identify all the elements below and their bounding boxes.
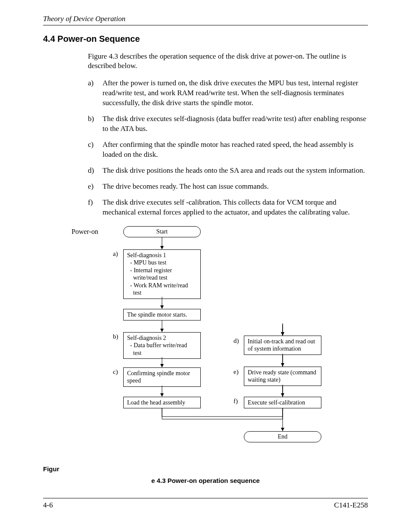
svg-marker-16 xyxy=(281,393,284,397)
figure-caption-fragment-center: e 4.3 Power-on operation sequence xyxy=(43,477,368,484)
svg-marker-14 xyxy=(281,363,284,367)
flow-arrow-icon xyxy=(280,354,285,367)
list-item-text: The disk drive executes self -calibratio… xyxy=(103,198,368,218)
flow-connector-icon xyxy=(72,226,373,467)
doc-number: C141-E258 xyxy=(334,501,368,510)
list-item-text: The drive becomes ready. The host can is… xyxy=(103,182,368,192)
list-item-label: b) xyxy=(88,114,103,134)
list-item-text: The disk drive executes self-diagnosis (… xyxy=(103,114,368,134)
flow-step-label-d: d) xyxy=(234,337,239,345)
running-header: Theory of Device Operation xyxy=(43,15,368,25)
list-item-text: After confirming that the spindle motor … xyxy=(103,140,368,160)
list-item: d) The disk drive positions the heads on… xyxy=(88,166,368,176)
flow-box-drive-ready: Drive ready state (command waiting state… xyxy=(244,367,321,386)
list-item-label: c) xyxy=(88,140,103,160)
figure-caption: Figur e 4.3 Power-on operation sequence xyxy=(43,465,368,484)
list-item-text: The disk drive positions the heads onto … xyxy=(103,166,368,176)
list-item-label: e) xyxy=(88,182,103,192)
flow-step-label-e: e) xyxy=(234,368,239,376)
flowchart: Power-on Start a) Self-diagnosis 1 - MPU… xyxy=(72,226,373,467)
list-item-label: f) xyxy=(88,198,103,218)
page-footer: 4-6 C141-E258 xyxy=(43,498,368,510)
list-item: c) After confirming that the spindle mot… xyxy=(88,140,368,160)
list-item: e) The drive becomes ready. The host can… xyxy=(88,182,368,192)
figure-caption-fragment-left: Figur xyxy=(43,465,368,473)
section-heading: 4.4 Power-on Sequence xyxy=(43,34,368,44)
list-item-label: d) xyxy=(88,166,103,176)
flow-arrow-icon xyxy=(280,408,285,431)
list-item-label: a) xyxy=(88,78,103,108)
svg-marker-12 xyxy=(281,332,284,336)
flow-end: End xyxy=(244,431,321,442)
list-item: a) After the power is turned on, the dis… xyxy=(88,78,368,108)
intro-paragraph: Figure 4.3 describes the operation seque… xyxy=(88,52,368,71)
flow-box-initial-track: Initial on-track and read out of system … xyxy=(244,336,321,355)
list-item: b) The disk drive executes self-diagnosi… xyxy=(88,114,368,134)
page-number: 4-6 xyxy=(43,501,53,510)
list-item: f) The disk drive executes self -calibra… xyxy=(88,198,368,218)
flow-arrow-icon xyxy=(280,385,285,397)
svg-marker-18 xyxy=(281,428,284,431)
list-item-text: After the power is turned on, the disk d… xyxy=(103,78,368,108)
flow-step-label-f: f) xyxy=(234,398,238,405)
flow-box-self-calibration: Execute self-calibration xyxy=(244,397,321,409)
